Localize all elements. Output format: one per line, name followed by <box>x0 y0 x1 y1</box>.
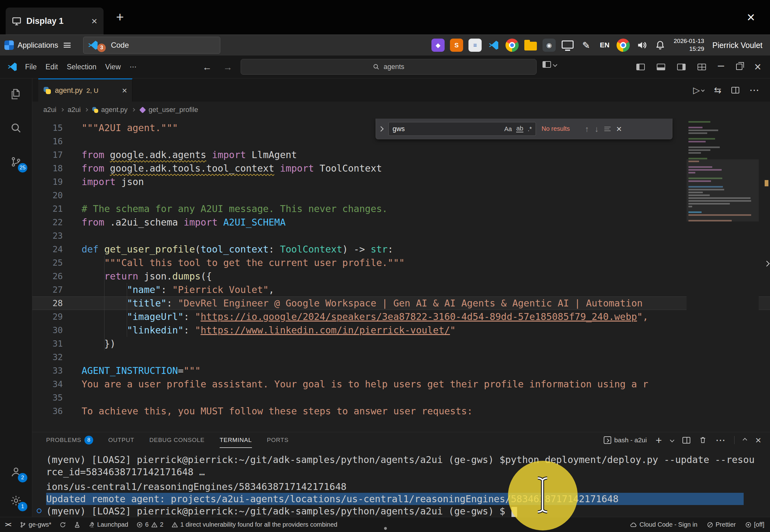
code-token: "Pierrick Voulet" <box>172 284 269 295</box>
panel-tab-ports[interactable]: PORTS <box>267 432 289 448</box>
breadcrumb-item-a2ui[interactable]: a2ui <box>43 106 56 114</box>
toggle-secondary-sidebar-icon[interactable] <box>677 64 686 70</box>
bottom-panel: PROBLEMS8OUTPUTDEBUG CONSOLETERMINALPORT… <box>32 432 770 517</box>
whole-word-toggle[interactable]: ab <box>516 125 523 132</box>
tray-icon-volume[interactable] <box>635 39 648 52</box>
command-center[interactable]: agents <box>241 59 537 75</box>
tray-icon-chrome[interactable] <box>505 39 519 52</box>
code-text: from google.adk.agents import LlmAgent <box>82 148 297 162</box>
open-changes-icon[interactable]: ⇆ <box>714 85 721 95</box>
regex-toggle[interactable]: .* <box>528 126 532 132</box>
menu-item-more[interactable]: ⋯ <box>125 60 141 74</box>
tray-icon-app-light[interactable]: ≡ <box>468 39 482 52</box>
maximize-panel-icon[interactable] <box>743 438 747 442</box>
git-sync[interactable] <box>60 522 66 528</box>
panel-tab-problems[interactable]: PROBLEMS8 <box>46 432 93 448</box>
new-terminal-icon[interactable]: + <box>655 435 662 445</box>
applications-menu[interactable]: Applications <box>4 40 71 50</box>
tab-close-icon[interactable]: × <box>122 86 127 95</box>
code-editor[interactable]: 15"""A2UI agent."""1617from google.adk.a… <box>32 118 770 432</box>
editor-scrollbar[interactable] <box>759 118 770 432</box>
tray-icon-app-purple[interactable]: ◆ <box>431 39 445 52</box>
minimap-line <box>688 127 703 128</box>
find-expand-icon[interactable] <box>378 126 384 131</box>
code-text: from google.adk.tools.tool_context impor… <box>82 162 382 175</box>
menu-item-edit[interactable]: Edit <box>41 60 62 74</box>
close-panel-icon[interactable]: × <box>755 435 761 445</box>
menu-item-view[interactable]: View <box>101 60 125 74</box>
screencast-mode[interactable]: [off] <box>745 521 764 528</box>
kill-terminal-icon[interactable] <box>699 436 707 444</box>
tray-icon-pen[interactable]: ✎ <box>580 39 593 52</box>
activitybar-settings[interactable]: 1 <box>7 492 25 510</box>
git-branch[interactable]: ge-gws* <box>20 521 51 528</box>
tray-icon-notifications[interactable] <box>654 39 667 52</box>
run-python-file-button[interactable]: ▷ <box>693 85 704 95</box>
beaker-status[interactable] <box>74 522 80 528</box>
terminal-content[interactable]: (myenv) [LOAS2] pierrick@pierrick:~/git/… <box>32 448 770 517</box>
find-in-selection-icon[interactable] <box>604 127 611 131</box>
panel-tab-debug-console[interactable]: DEBUG CONSOLE <box>149 432 205 448</box>
launchpad[interactable]: Launchpad <box>88 521 128 528</box>
vulnerability-warning[interactable]: 1 direct vulnerability found for all the… <box>172 521 337 528</box>
close-window-icon[interactable]: × <box>754 61 761 73</box>
viewer-tab-close-icon[interactable]: × <box>91 16 97 26</box>
panel-tab-terminal[interactable]: TERMINAL <box>220 432 252 448</box>
panel-more-icon[interactable]: ⋯ <box>715 435 725 445</box>
tray-icon-vscode[interactable] <box>487 39 500 52</box>
minimap-slider[interactable] <box>687 159 759 221</box>
minimize-icon[interactable]: – <box>718 60 724 71</box>
activitybar-account[interactable]: 2 <box>7 464 25 481</box>
cloud-code-signin[interactable]: Cloud Code - Sign in <box>630 521 698 528</box>
menu-item-selection[interactable]: Selection <box>62 60 101 74</box>
breadcrumb-item-agent.py[interactable]: agent.py <box>92 106 127 114</box>
restore-icon[interactable] <box>736 64 742 70</box>
tray-icon-display[interactable] <box>561 39 574 52</box>
find-input[interactable]: gws Aa ab .* <box>388 122 536 136</box>
more-actions-icon[interactable]: ⋯ <box>749 85 759 95</box>
find-close-icon[interactable]: × <box>616 124 622 134</box>
session-user[interactable]: Pierrick Voulet <box>712 41 762 50</box>
prettier[interactable]: Prettier <box>707 521 736 528</box>
clock[interactable]: 2026-01-13 15:29 <box>674 37 704 53</box>
find-next-icon[interactable]: ↓ <box>595 125 599 133</box>
go-forward-icon[interactable]: → <box>223 62 233 72</box>
taskbar-window-button-code[interactable]: 3 Code <box>83 37 220 54</box>
tray-icon-keyboard-layout[interactable]: EN <box>598 39 611 52</box>
editor-layout-launcher[interactable] <box>543 61 557 68</box>
remote-indicator[interactable]: >< <box>5 521 12 528</box>
tray-icon-file-manager[interactable] <box>524 39 537 52</box>
activitybar-source-control[interactable]: 25 <box>7 154 25 171</box>
menu-item-file[interactable]: File <box>21 60 41 74</box>
run-dropdown-icon[interactable] <box>701 88 704 92</box>
activitybar-explorer[interactable] <box>7 86 25 104</box>
activitybar-search[interactable] <box>7 120 25 137</box>
tray-icon-screenshot[interactable]: ◉ <box>543 39 556 52</box>
panel-tab-output[interactable]: OUTPUT <box>108 432 134 448</box>
breadcrumb-item-a2ui[interactable]: a2ui <box>68 106 81 114</box>
viewer-close-icon[interactable]: × <box>747 10 755 24</box>
match-case-toggle[interactable]: Aa <box>504 126 512 132</box>
minimap[interactable] <box>687 118 759 432</box>
toggle-sidebar-icon[interactable] <box>636 64 645 70</box>
customize-layout-icon[interactable] <box>698 64 706 70</box>
terminal-text: (myenv) [LOAS2] pierrick@pierrick:~/git/… <box>46 506 511 517</box>
find-previous-icon[interactable]: ↑ <box>585 125 589 133</box>
split-editor-icon[interactable] <box>731 87 739 93</box>
problems-summary[interactable]: 62 <box>136 521 163 528</box>
viewer-tab-display1[interactable]: Display 1 × <box>6 8 104 35</box>
toggle-panel-icon[interactable] <box>657 64 665 70</box>
tray-icon-app-orange[interactable]: S <box>450 39 463 52</box>
editor-layout-icon <box>543 61 551 68</box>
split-terminal-icon[interactable] <box>682 437 690 444</box>
code-token <box>104 163 110 174</box>
tray-icon-chromium[interactable] <box>617 39 630 52</box>
viewer-new-tab-button[interactable]: + <box>116 11 124 24</box>
terminal-dropdown-icon[interactable] <box>670 438 674 442</box>
tab-agent-py[interactable]: agent.py 2, U × <box>38 78 132 102</box>
terminal-instance[interactable]: bash - a2ui <box>604 436 647 444</box>
code-line-36: 36To achieve this, you MUST follow these… <box>32 404 770 418</box>
go-back-icon[interactable]: ← <box>202 62 212 72</box>
code-token: A2UI_SCHEMA <box>223 217 286 228</box>
breadcrumb-item-get_user_profile[interactable]: get_user_profile <box>139 106 198 114</box>
